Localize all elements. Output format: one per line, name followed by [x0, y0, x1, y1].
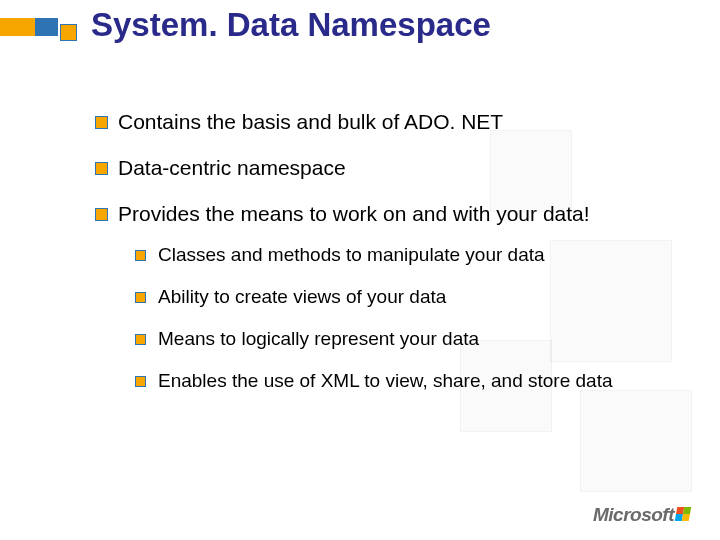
- square-bullet-icon: [95, 116, 108, 129]
- bullet-level2: Means to logically represent your data: [135, 328, 680, 350]
- bullet-level2: Enables the use of XML to view, share, a…: [135, 370, 680, 392]
- slide-title: System. Data Namespace: [91, 6, 491, 44]
- bullet-text: Provides the means to work on and with y…: [118, 202, 590, 226]
- title-row: System. Data Namespace: [60, 6, 491, 44]
- bullet-text: Enables the use of XML to view, share, a…: [158, 370, 613, 392]
- square-bullet-icon: [60, 24, 77, 41]
- square-bullet-icon: [135, 250, 146, 261]
- accent-bar: [0, 18, 58, 36]
- bullet-text: Ability to create views of your data: [158, 286, 446, 308]
- logo-text: Microsoft: [593, 504, 674, 526]
- bullet-level1: Data-centric namespace: [95, 156, 680, 180]
- sub-bullets: Classes and methods to manipulate your d…: [135, 244, 680, 392]
- bullet-text: Data-centric namespace: [118, 156, 346, 180]
- bullet-text: Classes and methods to manipulate your d…: [158, 244, 545, 266]
- bullet-level1: Provides the means to work on and with y…: [95, 202, 680, 226]
- square-bullet-icon: [135, 292, 146, 303]
- microsoft-logo: Microsoft: [593, 504, 690, 526]
- square-bullet-icon: [135, 376, 146, 387]
- square-bullet-icon: [95, 162, 108, 175]
- slide-body: Contains the basis and bulk of ADO. NET …: [95, 110, 680, 412]
- square-bullet-icon: [135, 334, 146, 345]
- bullet-level1: Contains the basis and bulk of ADO. NET: [95, 110, 680, 134]
- bullet-text: Means to logically represent your data: [158, 328, 479, 350]
- bullet-level2: Classes and methods to manipulate your d…: [135, 244, 680, 266]
- bullet-text: Contains the basis and bulk of ADO. NET: [118, 110, 503, 134]
- square-bullet-icon: [95, 208, 108, 221]
- bullet-level2: Ability to create views of your data: [135, 286, 680, 308]
- microsoft-flag-icon: [675, 507, 691, 521]
- slide: System. Data Namespace Contains the basi…: [0, 0, 720, 540]
